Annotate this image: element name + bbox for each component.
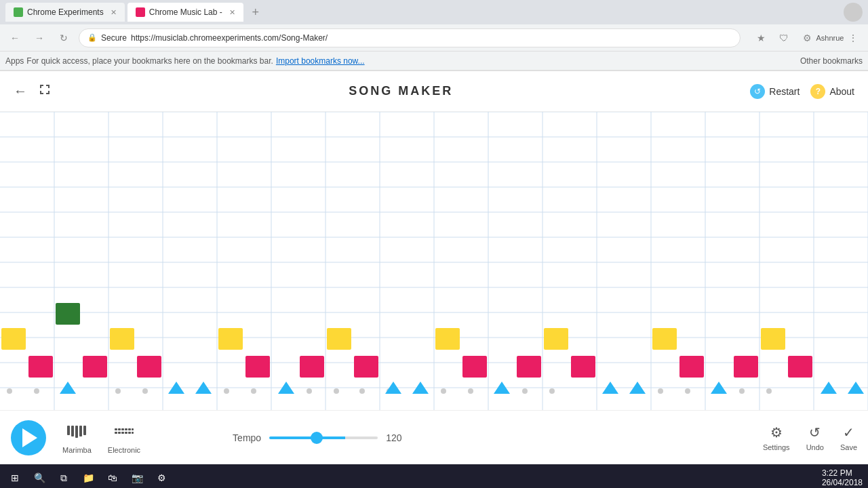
security-icon: 🔒	[87, 33, 97, 42]
marimba-instrument[interactable]: Marimba	[62, 422, 92, 454]
tab-bar-extra	[844, 3, 863, 22]
app-header: ← SONG MAKER ↺ Restart ? About	[0, 71, 868, 112]
note-yellow-4[interactable]	[218, 328, 243, 350]
note-triangle-5[interactable]	[195, 382, 212, 394]
tab-bar: Chrome Experiments ✕ Chrome Music Lab - …	[0, 0, 868, 24]
electronic-label: Electronic	[108, 446, 140, 454]
expand-button[interactable]	[38, 83, 52, 100]
electronic-icon	[113, 422, 135, 443]
note-triangle-15[interactable]	[711, 382, 727, 394]
electronic-instrument[interactable]: Electronic	[108, 422, 140, 454]
apps-label: Apps	[5, 56, 24, 66]
tab-close-2[interactable]: ✕	[229, 8, 235, 17]
settings-button[interactable]: ⚙ Settings	[763, 424, 790, 451]
save-label: Save	[840, 443, 857, 451]
settings-icon: ⚙	[770, 424, 783, 441]
note-red-13[interactable]	[679, 356, 704, 378]
undo-button[interactable]: ↺ Undo	[806, 424, 824, 451]
forward-button[interactable]: →	[30, 28, 49, 47]
dot-gray-13b	[685, 388, 690, 394]
svg-rect-35	[115, 428, 117, 430]
extension-icon-1[interactable]: 🛡	[774, 28, 793, 47]
note-red-3[interactable]	[137, 356, 161, 378]
note-triangle-7[interactable]	[278, 382, 294, 394]
profile-icon[interactable]: Ashnrue	[821, 28, 840, 47]
svg-rect-36	[118, 428, 121, 430]
note-triangle-14[interactable]	[629, 382, 646, 394]
note-red-9[interactable]	[462, 356, 487, 378]
note-triangle-13[interactable]	[602, 382, 618, 394]
svg-rect-37	[121, 428, 124, 430]
new-tab-button[interactable]: +	[246, 3, 265, 22]
note-green-rect[interactable]	[56, 303, 80, 325]
note-red-14[interactable]	[734, 356, 758, 378]
dot-gray-7b	[334, 388, 339, 394]
tempo-slider[interactable]	[269, 436, 378, 439]
app-icon-1[interactable]: 📷	[127, 468, 146, 487]
bookmarks-bar: Apps For quick access, place your bookma…	[0, 52, 868, 70]
reload-button[interactable]: ↻	[54, 28, 73, 47]
note-yellow-1[interactable]	[1, 328, 26, 350]
play-icon	[22, 428, 37, 447]
back-button[interactable]: ←	[5, 28, 24, 47]
note-yellow-6[interactable]	[327, 328, 351, 350]
bookmark-star-icon[interactable]: ★	[751, 28, 770, 47]
tab-chrome-experiments[interactable]: Chrome Experiments ✕	[5, 3, 125, 22]
extension-icon-2[interactable]: ⚙	[797, 28, 816, 47]
back-arrow-button[interactable]: ←	[14, 83, 27, 99]
note-red-10[interactable]	[517, 356, 541, 378]
search-icon[interactable]: 🔍	[30, 468, 49, 487]
note-red-6[interactable]	[300, 356, 324, 378]
note-red-1[interactable]	[28, 356, 53, 378]
note-yellow-8[interactable]	[435, 328, 460, 350]
note-yellow-12[interactable]	[652, 328, 677, 350]
start-icon[interactable]: ⊞	[5, 468, 24, 487]
restart-button[interactable]: ↺ Restart	[750, 84, 800, 99]
dot-gray-1	[7, 388, 12, 394]
svg-rect-43	[121, 432, 124, 434]
svg-rect-32	[75, 426, 78, 438]
note-yellow-14[interactable]	[761, 328, 785, 350]
browser-chrome: Chrome Experiments ✕ Chrome Music Lab - …	[0, 0, 868, 71]
note-triangle-2[interactable]	[60, 382, 76, 394]
tab-music-lab[interactable]: Chrome Music Lab - ✕	[127, 3, 243, 22]
play-button[interactable]	[11, 420, 46, 455]
note-triangle-10[interactable]	[412, 382, 429, 394]
about-button[interactable]: ? About	[810, 84, 854, 99]
grid-area[interactable]	[0, 112, 868, 410]
save-button[interactable]: ✓ Save	[840, 424, 857, 451]
store-icon[interactable]: 🛍	[103, 468, 122, 487]
dot-gray-13a	[658, 388, 663, 394]
menu-icon[interactable]: ⋮	[844, 28, 863, 47]
dot-gray-8a	[359, 388, 365, 394]
note-red-11[interactable]	[571, 356, 595, 378]
note-triangle-9[interactable]	[385, 382, 401, 394]
note-red-2[interactable]	[83, 356, 107, 378]
note-red-5[interactable]	[245, 356, 270, 378]
note-red-15[interactable]	[788, 356, 812, 378]
tempo-label: Tempo	[233, 432, 261, 443]
dot-gray-15b	[766, 388, 772, 394]
note-triangle-16[interactable]	[821, 382, 837, 394]
note-red-7[interactable]	[354, 356, 378, 378]
svg-rect-46	[132, 432, 134, 434]
note-triangle-11[interactable]	[494, 382, 510, 394]
other-bookmarks[interactable]: Other bookmarks	[800, 56, 863, 66]
note-triangle-4[interactable]	[168, 382, 184, 394]
dot-gray-1b	[34, 388, 39, 394]
import-bookmarks-link[interactable]: Import bookmarks now...	[276, 56, 365, 66]
dot-gray-15a	[739, 388, 745, 394]
restart-icon: ↺	[750, 84, 765, 99]
dot-gray-9b	[468, 388, 473, 394]
note-yellow-10[interactable]	[544, 328, 568, 350]
task-view-icon[interactable]: ⧉	[54, 468, 73, 487]
app-icon-2[interactable]: ⚙	[152, 468, 171, 487]
tab-label-2: Chrome Music Lab -	[149, 7, 222, 17]
note-triangle-17[interactable]	[848, 382, 864, 394]
svg-rect-33	[79, 426, 82, 436]
file-explorer-icon[interactable]: 📁	[79, 468, 98, 487]
url-bar[interactable]: 🔒 Secure https://musiclab.chromeexperime…	[79, 28, 741, 47]
note-yellow-3[interactable]	[110, 328, 134, 350]
tab-close-1[interactable]: ✕	[111, 8, 117, 17]
taskbar-left: ⊞ 🔍 ⧉ 📁 🛍 📷 ⚙	[5, 468, 171, 487]
